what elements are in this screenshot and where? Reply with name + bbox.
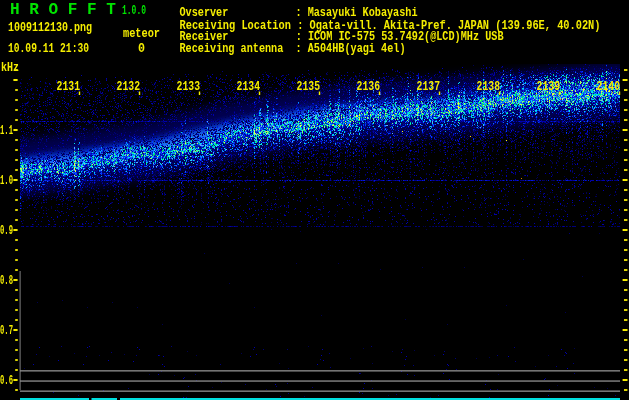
svg-text:1009112130.png: 1009112130.png — [8, 20, 92, 35]
svg-text:0.8: 0.8 — [0, 273, 13, 288]
svg-text:Receiving antenna : A504HB(ya: Receiving antenna : A504HB(yagi 4el) — [180, 41, 406, 56]
svg-text:2137: 2137 — [417, 79, 440, 94]
svg-text:0: 0 — [138, 41, 145, 56]
svg-text:0.9: 0.9 — [0, 223, 13, 238]
svg-text:H R O F F T: H R O F F T — [10, 1, 116, 19]
svg-text:10.09.11 21:30: 10.09.11 21:30 — [8, 41, 89, 56]
svg-text:2138: 2138 — [477, 79, 501, 94]
svg-text:2134: 2134 — [237, 79, 261, 94]
svg-text:2139: 2139 — [537, 79, 561, 94]
svg-text:1.1: 1.1 — [0, 123, 13, 138]
svg-text:2136: 2136 — [357, 79, 381, 94]
svg-text:kHz: kHz — [1, 61, 19, 75]
svg-text:meteor: meteor — [123, 26, 160, 41]
svg-text:2131: 2131 — [57, 79, 81, 94]
svg-text:2132: 2132 — [117, 79, 141, 94]
svg-text:2133: 2133 — [177, 79, 201, 94]
svg-text:0.7: 0.7 — [0, 323, 13, 338]
svg-text:1.0.0: 1.0.0 — [122, 4, 146, 18]
svg-text:0.6: 0.6 — [0, 373, 13, 388]
svg-text:2135: 2135 — [297, 79, 321, 94]
svg-text:1.0: 1.0 — [0, 173, 13, 188]
svg-text:2140: 2140 — [597, 79, 621, 94]
